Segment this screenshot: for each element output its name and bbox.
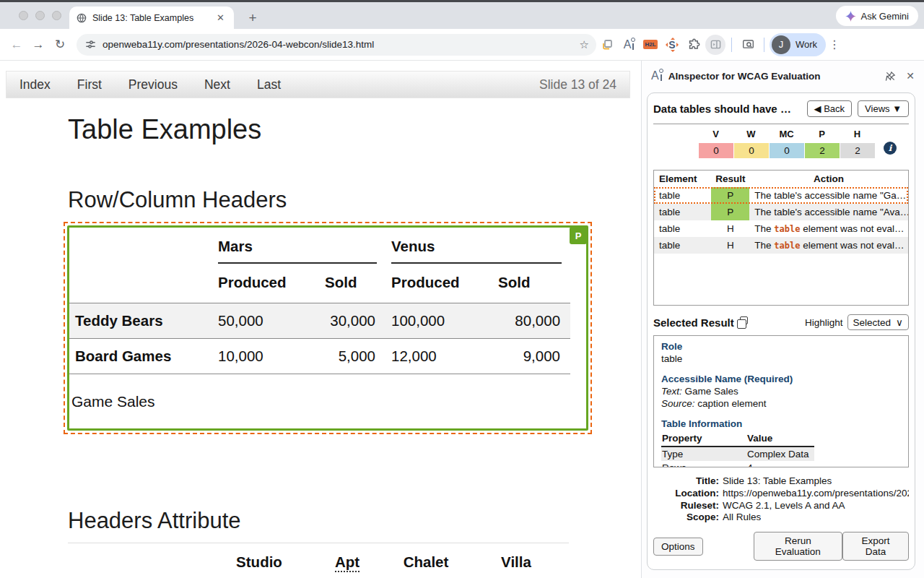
copy-icon[interactable] [740,316,748,324]
slide-nav-previous[interactable]: Previous [128,77,178,92]
window-maximize-button[interactable] [52,11,61,20]
slide-nav-index[interactable]: Index [19,77,51,92]
slide-nav-first[interactable]: First [77,77,102,92]
browser-tab[interactable]: Slide 13: Table Examples ✕ [69,7,234,29]
unpin-icon[interactable] [885,71,896,82]
address-bar[interactable]: openweba11y.com/presentations/2026-04-we… [77,34,596,56]
result-summary: V 0 W 0 MC 0 P 2 H 2 [698,129,909,158]
extensions-puzzle-icon[interactable] [683,34,705,56]
slide-position: Slide 13 of 24 [539,77,616,92]
extension-ainspector-icon[interactable]: A [618,34,640,56]
column-header: Sold [492,264,570,303]
slide-nav-bar: Index First Previous Next Last Slide 13 … [6,71,630,98]
summary-label-violations: V [698,129,733,139]
page-viewport: Index First Previous Next Last Slide 13 … [0,61,641,578]
column-header: Chalet [388,543,463,578]
cell: 80,000 [492,303,570,339]
column-header: Produced [385,264,492,303]
summary-label-hidden: H [840,129,875,139]
options-button[interactable]: Options [653,538,703,556]
cell: 9,000 [492,339,570,374]
browser-toolbar: ← → ↻ openweba11y.com/presentations/2026… [0,29,924,61]
summary-count-passed: 2 [804,143,840,158]
row-header: Teddy Bears [69,303,212,339]
summary-count-warnings: 0 [733,143,769,158]
extension-singlefile-icon[interactable]: S [661,34,683,56]
search-sidebar-icon[interactable] [737,34,759,56]
summary-label-warnings: W [733,129,769,139]
section-heading-row-column-headers: Row/Column Headers [68,187,641,213]
accessible-name-source: Source: caption element [661,398,901,409]
toolbar-separator [764,38,764,52]
value-header: Value [746,431,814,447]
highlight-select[interactable]: Selected ∨ [847,314,909,330]
result-row[interactable]: table H The table element was not eval… [654,237,908,254]
result-row-selected[interactable]: table P The table's accessible name "Ga… [654,187,908,204]
side-panel-title: AInspector for WCAG Evaluation [668,71,876,82]
section-heading-headers-attribute: Headers Attribute [68,508,641,534]
highlight-dashed-outline: P Mars Venus Produced [64,222,592,434]
window-close-button[interactable] [19,11,28,20]
location-label: Location: [653,488,723,500]
code-token: table [774,224,800,234]
browser-menu-icon[interactable]: ⋮ [826,38,843,51]
side-panel-header: A AInspector for WCAG Evaluation ✕ [642,61,924,91]
ainspector-side-panel: A AInspector for WCAG Evaluation ✕ Data … [641,61,924,578]
results-header-action: Action [749,171,908,187]
summary-count-violations: 0 [698,143,733,158]
result-row[interactable]: table P The table's accessible name "Ava… [654,204,908,220]
slide-nav-next[interactable]: Next [204,77,230,92]
headers-attribute-table: Studio Apt Chalet Villa [68,543,569,578]
back-button[interactable]: ← [6,38,27,52]
back-to-summary-button[interactable]: ◀ Back [807,100,853,117]
tab-title: Slide 13: Table Examples [92,13,214,23]
avatar: J [772,35,790,54]
extension-h2l-icon[interactable]: H2L [640,34,661,56]
element-results-table: Element Result Action table P The table'… [654,171,908,254]
property-header: Property [661,431,746,447]
abbr-column-header: Apt [335,553,359,572]
results-header-result: Result [711,171,749,187]
ask-gemini-button[interactable]: Ask Gemini [836,6,918,26]
cell: 30,000 [319,303,385,339]
column-header: Villa [463,543,569,578]
export-data-button[interactable]: Export Data [842,532,909,561]
ainspector-logo-icon: A [651,70,662,82]
bookmark-star-icon[interactable]: ☆ [580,38,589,51]
table-caption: Game Sales [71,393,586,410]
highlighted-table-region: P Mars Venus Produced [67,225,588,431]
profile-chip[interactable]: J Work [770,33,826,56]
accessible-name-heading: Accessible Name (Required) [661,374,901,384]
reload-button[interactable]: ↻ [49,37,71,52]
site-settings-icon[interactable] [85,39,96,50]
element-results-box: Element Result Action table P The table'… [653,170,909,306]
forward-button[interactable]: → [27,38,49,52]
result-action: The table element was not eval… [749,237,908,254]
side-panel-toggle-icon[interactable] [705,34,726,56]
column-group-venus: Venus [391,238,562,264]
accessible-name-text: Text: Game Sales [661,386,901,397]
row-header: Board Games [69,339,212,374]
new-tab-button[interactable]: + [244,10,261,26]
title-value: Slide 13: Table Examples [723,475,832,488]
url-text[interactable]: openweba11y.com/presentations/2026-04-we… [103,39,580,50]
role-value: table [661,353,901,364]
info-icon[interactable]: i [884,142,897,155]
panel-close-icon[interactable]: ✕ [906,70,915,82]
tab-close-icon[interactable]: ✕ [214,12,227,23]
title-label: Title: [653,475,723,488]
views-menu-button[interactable]: Views ▼ [858,100,909,117]
rerun-evaluation-button[interactable]: Rerun Evaluation [754,532,843,561]
slide-nav-last[interactable]: Last [257,77,281,92]
evaluation-info: Title:Slide 13: Table Examples Location:… [653,475,909,524]
extension-overlap-squares-icon[interactable] [596,34,618,56]
property-row: Type Complex Data [661,447,814,461]
rule-title: Data tables should have … [653,103,801,115]
property-row: Rows 4 [661,461,814,467]
cell: 50,000 [212,303,319,339]
summary-count-manual-checks: 0 [769,143,804,158]
highlight-label: Highlight [805,317,843,328]
result-row[interactable]: table H The table element was not eval… [654,220,908,237]
divider [653,124,909,124]
window-minimize-button[interactable] [35,11,45,20]
